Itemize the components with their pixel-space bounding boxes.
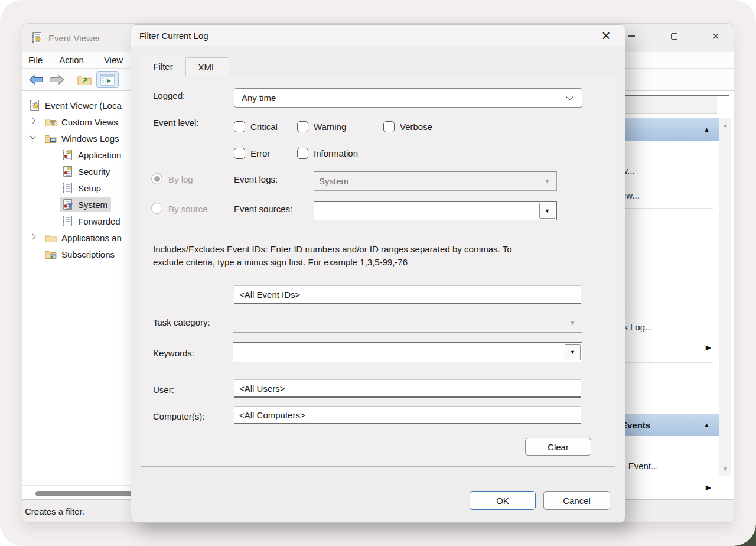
tree-item-subscriptions[interactable]: Subscriptions bbox=[22, 246, 141, 262]
task-category-label: Task category: bbox=[153, 317, 210, 327]
event-viewer-app-icon bbox=[31, 32, 43, 44]
checkbox-box[interactable] bbox=[234, 148, 245, 159]
folder-plain-icon bbox=[45, 233, 57, 243]
keywords-combo[interactable]: ▼ bbox=[233, 342, 582, 362]
by-log-label: By log bbox=[168, 174, 193, 184]
keywords-label: Keywords: bbox=[153, 348, 194, 358]
scroll-down-icon[interactable]: ▼ bbox=[719, 466, 731, 472]
tree-item-body[interactable]: System bbox=[60, 197, 111, 212]
submenu-arrow-icon[interactable]: ▶ bbox=[706, 343, 711, 352]
menu-action[interactable]: Action bbox=[56, 55, 87, 65]
tree-item-event-viewer-loca[interactable]: Event Viewer (Loca bbox=[22, 97, 141, 113]
dialog-titlebar: Filter Current Log × bbox=[131, 25, 625, 46]
menu-file[interactable]: File bbox=[25, 55, 46, 65]
checkbox-box[interactable] bbox=[297, 148, 308, 159]
event-ids-input[interactable] bbox=[234, 285, 581, 304]
chevron-right-icon[interactable] bbox=[31, 235, 37, 240]
checkbox-warning[interactable]: Warning bbox=[297, 121, 346, 132]
tree-item-system[interactable]: System bbox=[22, 196, 141, 213]
tree-item-label: Setup bbox=[78, 183, 101, 193]
checkbox-label: Warning bbox=[314, 122, 346, 132]
checkbox-label: Critical bbox=[250, 122, 278, 132]
tree-item-security[interactable]: Security bbox=[22, 163, 141, 180]
checkbox-box[interactable] bbox=[234, 121, 245, 132]
user-input[interactable] bbox=[234, 379, 581, 398]
tree-item-label: Event Viewer (Loca bbox=[45, 100, 122, 110]
event-sources-combo[interactable]: ▼ bbox=[314, 201, 557, 220]
collapse-icon[interactable]: ▲ bbox=[703, 126, 710, 133]
tree-item-body[interactable]: Subscriptions bbox=[43, 246, 118, 262]
checkbox-information[interactable]: Information bbox=[297, 148, 358, 159]
window-close-button[interactable]: × bbox=[702, 24, 729, 48]
tree-item-body[interactable]: Custom Views bbox=[43, 114, 122, 129]
action-item-fragment[interactable]: s Event... bbox=[621, 461, 659, 471]
tree-item-label: Windows Logs bbox=[61, 134, 119, 144]
menu-view[interactable]: View bbox=[100, 55, 126, 65]
submenu-arrow-icon[interactable]: ▶ bbox=[706, 483, 711, 492]
logged-dropdown[interactable]: Any time bbox=[234, 88, 582, 108]
computers-input[interactable] bbox=[234, 406, 581, 424]
cancel-button[interactable]: Cancel bbox=[543, 491, 610, 510]
checkbox-verbose[interactable]: Verbose bbox=[383, 121, 432, 132]
tree-item-applications-an[interactable]: Applications an bbox=[22, 229, 141, 246]
user-label: User: bbox=[153, 385, 174, 395]
action-item-fragment[interactable]: is Log... bbox=[621, 322, 653, 332]
folder-subscription-icon bbox=[45, 249, 57, 259]
clear-button[interactable]: Clear bbox=[525, 438, 591, 456]
chevron-down-icon[interactable] bbox=[31, 135, 37, 141]
checkbox-box[interactable] bbox=[383, 121, 395, 132]
tree-item-application[interactable]: Application bbox=[22, 147, 141, 163]
tree-item-windows-logs[interactable]: Windows Logs bbox=[22, 130, 141, 147]
tab-xml[interactable]: XML bbox=[185, 57, 229, 76]
checkbox-critical[interactable]: Critical bbox=[234, 121, 278, 132]
tree-item-body[interactable]: Event Viewer (Loca bbox=[27, 98, 125, 113]
event-ids-help-line2: exclude criteria, type a minus sign firs… bbox=[153, 256, 591, 269]
keywords-value bbox=[233, 343, 563, 362]
checkbox-error[interactable]: Error bbox=[234, 148, 270, 159]
dropdown-arrow-icon[interactable]: ▼ bbox=[539, 203, 555, 219]
tree-item-forwarded[interactable]: Forwarded bbox=[22, 213, 141, 229]
tree-item-body[interactable]: Windows Logs bbox=[43, 131, 123, 146]
by-log-radio[interactable] bbox=[151, 173, 162, 184]
dialog-close-button[interactable]: × bbox=[594, 25, 618, 46]
log-filtered-icon bbox=[61, 199, 73, 210]
actions-group-label: Events bbox=[621, 420, 650, 430]
export-folder-icon[interactable] bbox=[77, 74, 92, 86]
event-sources-label: Event sources: bbox=[234, 204, 292, 214]
window-title: Event Viewer bbox=[48, 33, 100, 43]
show-console-tree-icon[interactable] bbox=[96, 72, 119, 88]
back-icon[interactable] bbox=[28, 74, 44, 85]
event-level-label: Event level: bbox=[153, 118, 199, 128]
collapse-icon[interactable]: ▲ bbox=[703, 421, 710, 428]
tree-item-label: Security bbox=[78, 167, 110, 177]
chevron-right-icon[interactable] bbox=[31, 119, 37, 125]
dialog-title: Filter Current Log bbox=[139, 31, 208, 41]
tab-filter[interactable]: Filter bbox=[141, 56, 185, 76]
tree-item-setup[interactable]: Setup bbox=[22, 180, 141, 196]
horizontal-scrollbar[interactable] bbox=[35, 491, 136, 496]
dropdown-arrow-icon[interactable]: ▼ bbox=[565, 344, 581, 360]
filter-tab-panel: Logged: Any time Event level: CriticalWa… bbox=[141, 76, 615, 467]
ok-button[interactable]: OK bbox=[470, 491, 536, 510]
event-logs-combo: System ▼ bbox=[314, 171, 557, 191]
computers-label: Computer(s): bbox=[153, 411, 205, 421]
scroll-up-icon[interactable]: ▲ bbox=[719, 122, 731, 128]
tree-item-body[interactable]: Security bbox=[60, 164, 113, 179]
event-sources-value bbox=[314, 202, 538, 220]
tree-item-body[interactable]: Setup bbox=[60, 180, 105, 196]
tree-item-body[interactable]: Application bbox=[60, 147, 125, 162]
maximize-button[interactable] bbox=[660, 24, 687, 48]
by-source-radio[interactable] bbox=[151, 203, 162, 214]
tree-item-body[interactable]: Applications an bbox=[43, 230, 125, 245]
logged-value: Any time bbox=[242, 93, 567, 103]
toolbar-separator bbox=[71, 72, 71, 87]
tree-item-custom-views[interactable]: Custom Views bbox=[22, 113, 141, 130]
log-plain-icon bbox=[61, 182, 73, 194]
checkbox-box[interactable] bbox=[297, 121, 308, 132]
forward-icon[interactable] bbox=[50, 74, 65, 85]
vertical-scrollbar[interactable]: ▲ ▼ bbox=[719, 118, 731, 476]
tree-item-body[interactable]: Forwarded bbox=[60, 213, 124, 229]
tree-item-label: Subscriptions bbox=[61, 249, 115, 259]
event-logs-label: Event logs: bbox=[234, 174, 278, 184]
event-ids-help-line1: Includes/Excludes Event IDs: Enter ID nu… bbox=[153, 243, 591, 256]
